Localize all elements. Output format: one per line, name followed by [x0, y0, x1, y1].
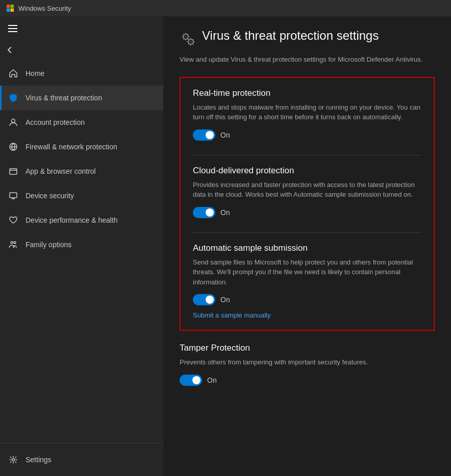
sidebar-item-appbrowser[interactable]: App & browser control — [0, 159, 163, 183]
autosubmit-toggle[interactable] — [193, 294, 215, 305]
sidebar-item-appbrowser-label: App & browser control — [26, 167, 96, 175]
realtime-toggle-label: On — [220, 131, 230, 139]
page-subtitle: View and update Virus & threat protectio… — [180, 55, 435, 65]
cloud-toggle-label: On — [220, 208, 230, 217]
svg-rect-1 — [11, 5, 14, 8]
sidebar-item-devicesec-label: Device security — [26, 192, 74, 200]
titlebar-text: Windows Security — [18, 5, 71, 12]
home-icon — [8, 68, 18, 78]
protection-section: Real-time protection Locates and stops m… — [180, 77, 435, 331]
svg-point-11 — [185, 36, 186, 37]
page-header: Virus & threat protection settings — [180, 29, 435, 50]
tamper-desc: Prevents others from tampering with impo… — [180, 357, 435, 367]
sidebar-item-firewall-label: Firewall & network protection — [26, 143, 117, 151]
sidebar-item-virus-label: Virus & threat protection — [26, 94, 102, 102]
sidebar-item-home-label: Home — [26, 69, 44, 77]
autosubmit-block: Automatic sample submission Send sample … — [193, 243, 421, 320]
sidebar-item-deviceperf-label: Device performance & health — [26, 216, 118, 224]
divider-1 — [193, 155, 421, 155]
sidebar-item-home[interactable]: Home — [0, 61, 163, 86]
svg-point-7 — [11, 242, 13, 244]
sidebar: Home Virus & threat protection — [0, 16, 163, 476]
svg-rect-0 — [7, 5, 10, 8]
network-icon — [8, 142, 18, 152]
svg-point-4 — [12, 119, 15, 123]
family-icon — [8, 240, 18, 250]
hamburger-button[interactable] — [8, 23, 18, 34]
svg-point-8 — [14, 242, 16, 244]
sidebar-item-firewall[interactable]: Firewall & network protection — [0, 135, 163, 159]
realtime-desc: Locates and stops malware from installin… — [193, 102, 421, 122]
main-content: Virus & threat protection settings View … — [163, 16, 451, 476]
sidebar-item-settings[interactable]: Settings — [0, 447, 163, 472]
person-icon — [8, 117, 18, 127]
realtime-protection-block: Real-time protection Locates and stops m… — [193, 88, 421, 141]
sidebar-item-family-label: Family options — [26, 241, 71, 249]
nav-items: Home Virus & threat protection — [0, 59, 163, 443]
svg-rect-5 — [10, 169, 17, 174]
svg-rect-6 — [10, 193, 17, 198]
tamper-toggle[interactable] — [180, 375, 202, 386]
svg-rect-2 — [7, 9, 10, 12]
shield-icon — [8, 93, 18, 103]
autosubmit-toggle-label: On — [220, 296, 230, 304]
autosubmit-title: Automatic sample submission — [193, 243, 421, 253]
settings-icon — [8, 455, 18, 465]
svg-rect-3 — [11, 9, 14, 12]
tamper-section: Tamper Protection Prevents others from t… — [180, 343, 435, 386]
cloud-toggle[interactable] — [193, 207, 215, 218]
page-header-icon — [180, 31, 196, 50]
device-security-icon — [8, 191, 18, 201]
page-title: Virus & threat protection settings — [202, 29, 379, 43]
sidebar-item-virus[interactable]: Virus & threat protection — [0, 86, 163, 110]
back-button[interactable] — [0, 41, 18, 59]
sidebar-item-account-label: Account protection — [26, 118, 85, 126]
cloud-desc: Provides increased and faster protection… — [193, 180, 421, 200]
cloud-protection-block: Cloud-delivered protection Provides incr… — [193, 166, 421, 218]
cloud-title: Cloud-delivered protection — [193, 166, 421, 176]
heart-icon — [8, 215, 18, 225]
sidebar-item-family[interactable]: Family options — [0, 232, 163, 257]
sidebar-settings-label: Settings — [26, 456, 52, 464]
submit-sample-link[interactable]: Submit a sample manually — [193, 311, 270, 319]
autosubmit-desc: Send sample files to Microsoft to help p… — [193, 257, 421, 287]
sidebar-item-account[interactable]: Account protection — [0, 110, 163, 135]
browser-icon — [8, 166, 18, 176]
sidebar-item-deviceperf[interactable]: Device performance & health — [0, 208, 163, 232]
divider-2 — [193, 232, 421, 233]
titlebar: Windows Security — [0, 0, 451, 16]
tamper-title: Tamper Protection — [180, 343, 435, 353]
tamper-toggle-label: On — [207, 376, 217, 384]
svg-point-13 — [190, 41, 191, 42]
sidebar-item-devicesec[interactable]: Device security — [0, 183, 163, 208]
realtime-toggle[interactable] — [193, 129, 215, 141]
realtime-title: Real-time protection — [193, 88, 421, 98]
app-icon — [6, 4, 14, 12]
svg-point-9 — [12, 459, 15, 461]
